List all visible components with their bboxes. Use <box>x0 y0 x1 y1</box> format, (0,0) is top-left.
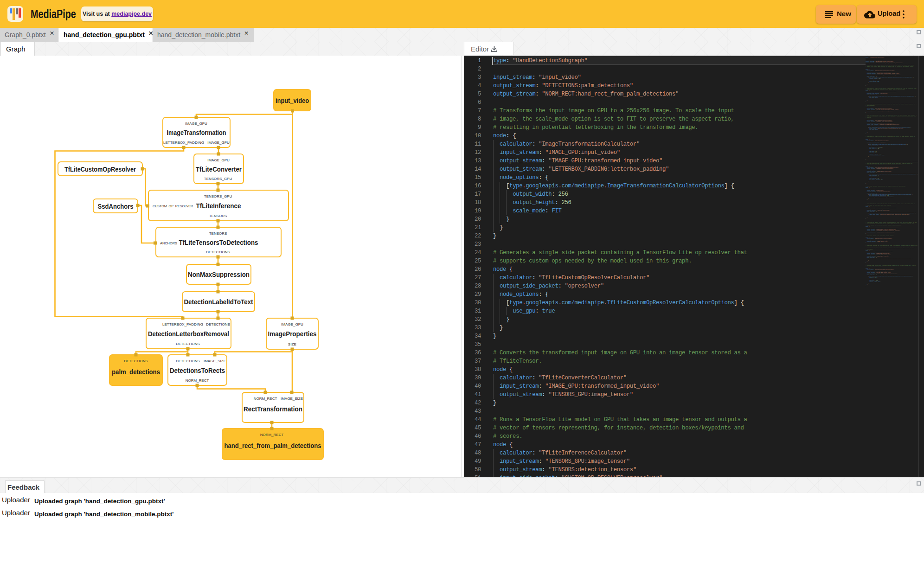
svg-text:IMAGE_SIZE: IMAGE_SIZE <box>204 359 226 363</box>
svg-text:RectTransformation: RectTransformation <box>244 405 302 413</box>
svg-text:NonMaxSuppression: NonMaxSuppression <box>188 270 250 278</box>
svg-text:IMAGE_SIZE: IMAGE_SIZE <box>281 397 303 401</box>
svg-text:NORM_RECT: NORM_RECT <box>186 378 209 383</box>
svg-text:ANCHORS: ANCHORS <box>160 241 177 245</box>
svg-text:LETTERBOX_PADDING: LETTERBOX_PADDING <box>163 141 204 145</box>
svg-text:TfLiteCustomOpResolver: TfLiteCustomOpResolver <box>64 165 136 173</box>
svg-text:DetectionLabelIdToText: DetectionLabelIdToText <box>184 298 253 306</box>
svg-text:NORM_RECT: NORM_RECT <box>260 433 284 437</box>
svg-text:DetectionLetterboxRemoval: DetectionLetterboxRemoval <box>148 330 229 338</box>
svg-text:input_video: input_video <box>276 96 309 104</box>
svg-text:hand_rect_from_palm_detections: hand_rect_from_palm_detections <box>225 442 321 449</box>
svg-text:SsdAnchors: SsdAnchors <box>98 202 134 210</box>
svg-text:NORM_RECT: NORM_RECT <box>254 397 277 401</box>
svg-text:ImageProperties: ImageProperties <box>268 330 317 338</box>
svg-text:SIZE: SIZE <box>288 342 296 346</box>
svg-text:IMAGE_GPU: IMAGE_GPU <box>185 122 207 126</box>
svg-text:DetectionsToRects: DetectionsToRects <box>170 366 225 374</box>
svg-text:TENSORS: TENSORS <box>209 214 227 218</box>
svg-text:palm_detections: palm_detections <box>112 368 160 376</box>
svg-text:DETECTIONS: DETECTIONS <box>206 250 230 254</box>
svg-text:DETECTIONS: DETECTIONS <box>176 359 200 363</box>
svg-text:IMAGE_GPU: IMAGE_GPU <box>207 141 230 145</box>
svg-text:DETECTIONS: DETECTIONS <box>206 322 230 326</box>
svg-text:DETECTIONS: DETECTIONS <box>176 342 200 346</box>
svg-text:TENSORS_GPU: TENSORS_GPU <box>204 194 232 198</box>
svg-text:TfLiteInference: TfLiteInference <box>196 202 241 210</box>
svg-text:TfLiteConverter: TfLiteConverter <box>196 165 242 173</box>
svg-text:CUSTOM_OP_RESOLVER: CUSTOM_OP_RESOLVER <box>153 204 193 208</box>
svg-text:TfLiteTensorsToDetections: TfLiteTensorsToDetections <box>179 238 258 246</box>
svg-text:TENSORS: TENSORS <box>209 231 227 236</box>
svg-text:TENSORS_GPU: TENSORS_GPU <box>204 177 232 181</box>
svg-text:LETTERBOX_PADDING: LETTERBOX_PADDING <box>162 322 203 326</box>
svg-text:DETECTIONS: DETECTIONS <box>124 359 148 363</box>
svg-text:IMAGE_GPU: IMAGE_GPU <box>281 322 303 326</box>
svg-text:ImageTransformation: ImageTransformation <box>167 128 226 136</box>
svg-text:IMAGE_GPU: IMAGE_GPU <box>207 158 230 162</box>
